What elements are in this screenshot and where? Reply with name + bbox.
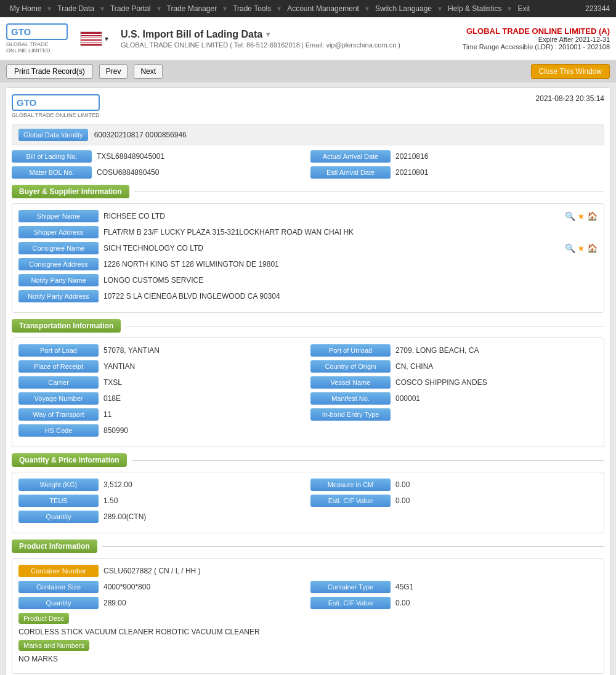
place-of-receipt-label: Place of Receipt (18, 360, 99, 373)
country-of-origin-label: Country of Origin (310, 360, 391, 373)
carrier-row: Carrier TXSL Vessel Name COSCO SHIPPING … (18, 376, 598, 389)
nav-account-management[interactable]: Account Management (283, 4, 363, 13)
close-button-top[interactable]: Close This Window (531, 64, 610, 79)
mater-bol-no-value: COSU6884890450 (97, 168, 306, 177)
us-flag-icon (80, 31, 102, 46)
marks-numbers-value-row: NO MARKS (18, 655, 598, 663)
logo-subtitle: GLOBAL TRADE ONLINE LIMITED (6, 41, 68, 54)
voyage-number-label: Voyage Number (18, 392, 99, 405)
shipper-star-icon[interactable]: ★ (577, 211, 585, 221)
print-button-top[interactable]: Print Trade Record(s) (6, 64, 93, 79)
product-desc-value: CORDLESS STICK VACUUM CLEANER ROBOTIC VA… (18, 628, 598, 636)
notify-party-address-row: Notify Party Address 10722 S LA CIENEGA … (18, 290, 598, 302)
product-desc-value-row: CORDLESS STICK VACUUM CLEANER ROBOTIC VA… (18, 628, 598, 636)
mater-bol-row: Mater BOL No. COSU6884890450 Esti Arriva… (12, 166, 604, 179)
nav-trade-tools[interactable]: Trade Tools (229, 4, 275, 13)
port-of-load-row: Port of Load 57078, YANTIAN Port of Unlo… (18, 344, 598, 357)
quantity-price-section: Weight (KG) 3,512.00 Measure in CM 0.00 … (12, 472, 604, 533)
transportation-title: Transportation Information (12, 319, 121, 333)
buyer-supplier-title: Buyer & Supplier Information (12, 185, 129, 198)
nav-trade-portal[interactable]: Trade Portal (107, 4, 155, 13)
consignee-home-icon[interactable]: 🏠 (587, 243, 598, 253)
consignee-name-label: Consignee Name (18, 242, 99, 254)
quantity-value: 289.00(CTN) (103, 512, 598, 521)
global-data-row: Global Data Identity 600320210817 000085… (12, 124, 604, 145)
container-number-label: Container Number (18, 565, 99, 577)
country-of-origin-value: CN, CHINA (395, 362, 598, 371)
nav-my-home[interactable]: My Home (6, 4, 45, 13)
manifest-no-value: 000001 (395, 394, 598, 403)
product-desc-label-row: Product Desc (18, 613, 598, 624)
quantity-label: Quantity (18, 511, 99, 523)
product-quantity-label: Quantity (18, 597, 99, 609)
port-of-load-label: Port of Load (18, 344, 99, 357)
logo-area: GTO GLOBAL TRADE ONLINE LIMITED (6, 23, 68, 54)
esti-arrival-date-label: Esti Arrival Date (310, 166, 391, 179)
shipper-name-row: Shipper Name RICHSEE CO LTD 🔍 ★ 🏠 (18, 210, 598, 222)
expire-info: Expire After 2021-12-31 (463, 36, 610, 43)
section-line-3 (132, 460, 604, 461)
next-button-top[interactable]: Next (134, 64, 163, 79)
shipper-address-label: Shipper Address (18, 226, 99, 238)
header-bar: GTO GLOBAL TRADE ONLINE LIMITED ▾ U.S. I… (0, 17, 616, 60)
weight-kg-label: Weight (KG) (18, 479, 99, 491)
shipper-home-icon[interactable]: 🏠 (587, 211, 598, 221)
teus-row: TEUS 1.50 Esti. CIF Value 0.00 (18, 495, 598, 507)
container-type-label: Container Type (310, 581, 391, 593)
actual-arrival-date-value: 20210816 (395, 152, 604, 161)
manifest-no-label: Manifest No. (310, 392, 391, 405)
carrier-label: Carrier (18, 376, 99, 389)
actual-arrival-date-label: Actual Arrival Date (310, 150, 391, 163)
port-of-load-value: 57078, YANTIAN (103, 346, 306, 355)
consignee-address-value: 1226 NORTH KING ST 128 WILMINGTON DE 198… (103, 260, 598, 269)
nav-switch-language[interactable]: Switch Language (371, 4, 436, 13)
way-of-transport-row: Way of Transport 11 In-bond Entry Type (18, 408, 598, 421)
container-size-row: Container Size 4000*900*800 Container Ty… (18, 581, 598, 593)
marks-numbers-label-row: Marks and Numbers (18, 640, 598, 651)
product-info-header: Product Information (12, 540, 604, 553)
global-data-identity-label: Global Data Identity (18, 129, 88, 141)
hs-code-value: 850990 (103, 426, 598, 435)
bill-of-lading-no-label: Bill of Lading No. (12, 150, 92, 163)
measure-in-cm-label: Measure in CM (310, 479, 391, 491)
nav-exit[interactable]: Exit (514, 4, 533, 13)
shipper-name-value: RICHSEE CO LTD (103, 212, 560, 220)
buyer-supplier-section: Shipper Name RICHSEE CO LTD 🔍 ★ 🏠 Shippe… (12, 203, 604, 313)
record-logo: GTO GLOBAL TRADE ONLINE LIMITED (12, 94, 100, 118)
measure-in-cm-value: 0.00 (395, 480, 598, 489)
consignee-address-label: Consignee Address (18, 258, 99, 270)
hs-code-label: HS Code (18, 424, 99, 437)
teus-label: TEUS (18, 495, 99, 507)
flag-area: ▾ (80, 31, 108, 46)
notify-party-name-row: Notify Party Name LONGO CUSTOMS SERVICE (18, 274, 598, 286)
user-code: 223344 (585, 4, 610, 13)
bill-of-lading-no-value: TXSL688489045001 (97, 152, 306, 161)
record-company-logo: GTO (12, 94, 100, 111)
port-of-unload-label: Port of Unload (310, 344, 391, 357)
buyer-supplier-header: Buyer & Supplier Information (12, 185, 604, 198)
quantity-row: Quantity 289.00(CTN) (18, 511, 598, 523)
company-name: GLOBAL TRADE ONLINE LIMITED (A) (463, 26, 610, 36)
product-esti-cif-label: Esti. CIF Value (310, 597, 391, 609)
product-info-title: Product Information (12, 540, 97, 553)
notify-party-name-value: LONGO CUSTOMS SERVICE (103, 276, 598, 285)
notify-party-name-label: Notify Party Name (18, 274, 99, 286)
header-title-area: U.S. Import Bill of Lading Data ▾ GLOBAL… (121, 29, 463, 49)
consignee-name-row: Consignee Name SICH TECHNOLOGY CO LTD 🔍 … (18, 242, 598, 254)
nav-help-statistics[interactable]: Help & Statistics (444, 4, 505, 13)
bill-of-lading-row: Bill of Lading No. TXSL688489045001 Actu… (12, 150, 604, 163)
place-of-receipt-value: YANTIAN (103, 362, 306, 371)
esti-arrival-date-value: 20210801 (395, 168, 604, 177)
nav-trade-manager[interactable]: Trade Manager (163, 4, 221, 13)
prev-button-top[interactable]: Prev (99, 64, 128, 79)
shipper-address-row: Shipper Address FLAT/RM B 23/F LUCKY PLA… (18, 226, 598, 238)
quantity-price-title: Quantity & Price Information (12, 453, 127, 467)
consignee-search-icon[interactable]: 🔍 (565, 243, 575, 253)
vessel-name-label: Vessel Name (310, 376, 391, 389)
record-logo-subtitle: GLOBAL TRADE ONLINE LIMITED (12, 112, 100, 118)
notify-party-address-label: Notify Party Address (18, 290, 99, 302)
consignee-star-icon[interactable]: ★ (577, 243, 585, 253)
shipper-search-icon[interactable]: 🔍 (565, 211, 575, 221)
nav-trade-data[interactable]: Trade Data (54, 4, 98, 13)
voyage-number-value: 018E (103, 394, 306, 403)
